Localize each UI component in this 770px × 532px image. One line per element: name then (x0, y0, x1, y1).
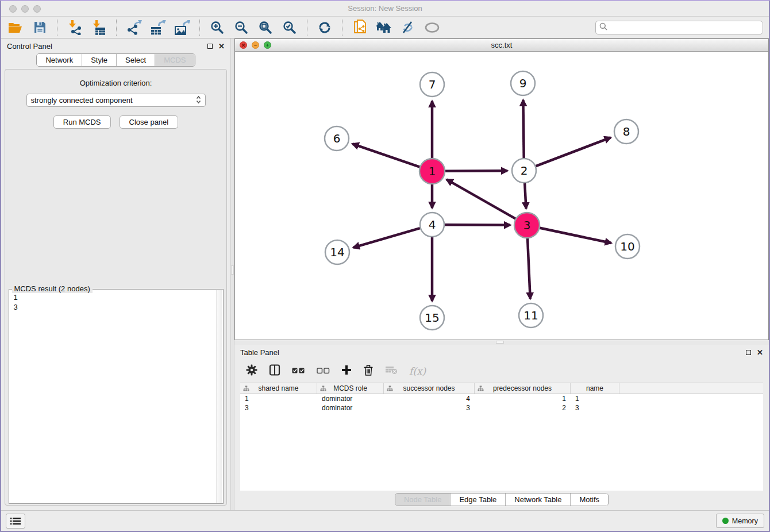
gear-icon[interactable] (246, 364, 257, 378)
edge-3-1[interactable] (446, 179, 516, 219)
graph-node-3[interactable]: 3 (514, 213, 540, 238)
save-icon[interactable] (31, 19, 48, 36)
vertical-splitter[interactable] (230, 38, 234, 510)
toolbar-separator (116, 20, 117, 36)
add-icon[interactable] (341, 365, 352, 377)
graph-node-9[interactable]: 9 (511, 71, 535, 95)
splitter-handle[interactable] (496, 341, 504, 344)
edge-1-6[interactable] (352, 144, 420, 167)
graph-node-7[interactable]: 7 (420, 72, 444, 97)
search-input[interactable] (610, 23, 759, 32)
home-icon[interactable] (375, 19, 392, 36)
task-history-button[interactable] (6, 514, 25, 529)
edge-2-8[interactable] (536, 137, 611, 166)
zoom-in-icon[interactable] (209, 19, 226, 36)
tab-node-table[interactable]: Node Table (395, 494, 451, 506)
graph-node-10[interactable]: 10 (615, 234, 640, 259)
delete-icon[interactable] (363, 364, 374, 378)
import-table-icon[interactable] (90, 19, 107, 36)
column-header-successor-nodes[interactable]: successor nodes (384, 383, 475, 394)
float-panel-icon[interactable] (746, 350, 751, 355)
graph-node-2[interactable]: 2 (512, 159, 536, 183)
table-row[interactable]: 1dominator411 (240, 394, 763, 403)
tab-edge-table[interactable]: Edge Table (451, 494, 506, 506)
column-header-shared-name[interactable]: shared name (240, 383, 317, 394)
tab-style[interactable]: Style (82, 54, 117, 66)
svg-text:9: 9 (519, 76, 527, 90)
edge-2-9[interactable] (523, 100, 523, 158)
toolbar-separator (57, 20, 57, 36)
graph-node-11[interactable]: 11 (519, 303, 543, 327)
tab-select[interactable]: Select (117, 54, 155, 66)
graph-node-15[interactable]: 15 (420, 306, 444, 330)
columns-icon[interactable] (269, 364, 280, 378)
minimize-window-icon[interactable] (21, 5, 29, 13)
graph-node-4[interactable]: 4 (420, 213, 444, 237)
svg-text:3: 3 (523, 218, 531, 232)
table-row[interactable]: 3dominator323 (240, 403, 763, 413)
refresh-icon[interactable] (316, 19, 333, 36)
close-window-icon[interactable] (9, 5, 17, 13)
tab-network[interactable]: Network (37, 54, 82, 66)
close-panel-button[interactable]: Close panel (120, 115, 179, 129)
svg-text:4: 4 (429, 218, 436, 232)
network-view-window: ✕ − + scc.txt 79681243141015 (234, 38, 769, 340)
mcds-result-text[interactable]: 13 (9, 290, 223, 315)
edge-4-3[interactable] (445, 225, 510, 225)
svg-text:6: 6 (333, 132, 341, 145)
graph-node-1[interactable]: 1 (419, 159, 445, 184)
float-panel-icon[interactable] (207, 44, 213, 49)
network-window-title: scc.txt (491, 41, 513, 49)
export-image-icon[interactable] (174, 19, 191, 36)
optimization-criterion-select[interactable]: strongly connected component (26, 94, 206, 107)
graph-node-8[interactable]: 8 (614, 119, 638, 144)
svg-text:1: 1 (429, 164, 436, 178)
edge-3-10[interactable] (540, 228, 611, 243)
graph-node-14[interactable]: 14 (325, 240, 349, 264)
tab-mcds[interactable]: MCDS (155, 54, 194, 66)
edge-2-3[interactable] (525, 183, 526, 209)
table-header-row: shared nameMCDS rolesuccessor nodesprede… (240, 383, 763, 394)
edge-4-14[interactable] (353, 228, 420, 248)
memory-button[interactable]: Memory (716, 514, 764, 528)
close-panel-icon[interactable]: ✕ (218, 43, 225, 50)
maximize-window-icon[interactable] (33, 5, 41, 13)
copy-network-icon[interactable] (351, 19, 368, 36)
network-canvas[interactable]: 7968124314101511 (235, 52, 768, 340)
svg-text:2: 2 (521, 164, 528, 178)
deselect-all-icon[interactable] (317, 366, 330, 376)
control-panel-tabs: NetworkStyleSelectMCDS (36, 53, 195, 67)
main-toolbar (1, 17, 769, 38)
column-header-predecessor-nodes[interactable]: predecessor nodes (475, 383, 571, 394)
horizontal-splitter[interactable] (234, 340, 769, 345)
edge-3-11[interactable] (528, 238, 530, 299)
table-cell: 1 (475, 394, 571, 403)
close-view-icon[interactable]: ✕ (240, 41, 247, 49)
hide-icon[interactable] (399, 19, 417, 36)
export-network-icon[interactable] (125, 19, 143, 36)
open-folder-icon[interactable] (7, 19, 24, 36)
splitter-handle[interactable] (231, 265, 234, 275)
maximize-view-icon[interactable]: + (264, 41, 271, 49)
run-mcds-button[interactable]: Run MCDS (53, 115, 111, 129)
tab-motifs[interactable]: Motifs (571, 494, 608, 506)
result-scrollbar[interactable] (216, 290, 222, 503)
zoom-fit-icon[interactable] (257, 19, 274, 36)
minimize-view-icon[interactable]: − (252, 41, 259, 49)
zoom-out-icon[interactable] (233, 19, 250, 36)
column-header-name[interactable]: name (571, 383, 619, 394)
main-titlebar: Session: New Session (1, 1, 769, 17)
import-network-icon[interactable] (66, 19, 83, 36)
close-panel-icon[interactable]: ✕ (757, 349, 763, 356)
tab-network-table[interactable]: Network Table (506, 494, 571, 506)
column-header-mcds-role[interactable]: MCDS role (317, 383, 384, 394)
zoom-selected-icon[interactable] (281, 19, 298, 36)
memory-label: Memory (732, 517, 758, 525)
graph-node-6[interactable]: 6 (325, 126, 349, 151)
table-tabs: Node TableEdge TableNetwork TableMotifs (395, 493, 609, 506)
table-body: 1dominator4113dominator323 (240, 394, 763, 413)
export-table-icon[interactable] (149, 19, 167, 36)
edge-1-2[interactable] (445, 171, 507, 171)
table-cell: 4 (384, 394, 475, 403)
select-all-icon[interactable] (292, 366, 305, 376)
